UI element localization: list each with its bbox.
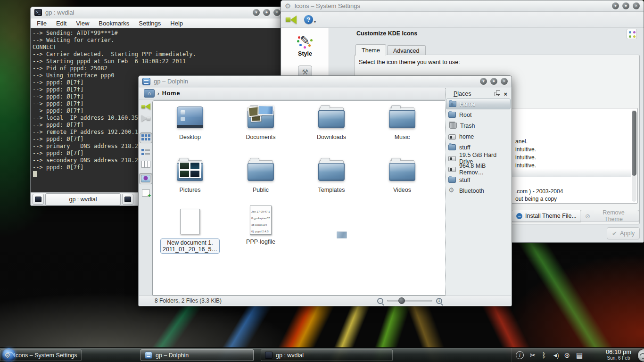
info-tray-icon[interactable]: i xyxy=(516,351,524,359)
close-button[interactable]: × xyxy=(633,2,640,9)
icons-view-button[interactable] xyxy=(140,132,152,143)
bluetooth-tray-icon[interactable]: ᛒ xyxy=(542,351,546,360)
task-system-settings[interactable]: Icons – System Settings xyxy=(0,349,82,361)
minimize-button[interactable]: ▾ xyxy=(612,2,619,9)
task-dolphin[interactable]: gp – Dolphin xyxy=(140,349,254,361)
places-item[interactable]: 964.8 MiB Remov… xyxy=(446,164,511,174)
float-panel-icon[interactable] xyxy=(495,92,499,96)
menu-item[interactable]: File xyxy=(33,19,51,28)
apply-button[interactable]: ✔ Apply xyxy=(607,227,640,239)
folder-view[interactable]: Desktop Documents Downloads Musi xyxy=(152,100,446,296)
zoom-in-icon[interactable]: + xyxy=(436,298,442,304)
scrollbar[interactable] xyxy=(632,110,636,202)
terminal-tab[interactable]: gp : wvdial xyxy=(45,193,121,206)
terminal-menubar: FileEditViewBookmarksSettingsHelp xyxy=(31,18,284,28)
places-title: Places xyxy=(454,90,495,97)
maximize-button[interactable]: ● xyxy=(490,78,497,85)
volume-tray-icon[interactable]: ◄) xyxy=(553,351,558,360)
place-icon xyxy=(448,156,456,161)
remove-theme-button[interactable]: ⊘ Remove Theme xyxy=(580,210,639,222)
folder-item[interactable]: Downloads xyxy=(296,106,367,158)
file-item-new-document[interactable]: New document 1.2011_01_20_16_5… xyxy=(155,206,225,254)
terminal-line: --> Pid of pppd: 25082 xyxy=(33,65,284,72)
back-button[interactable] xyxy=(286,16,297,24)
overview-grid-icon[interactable] xyxy=(627,29,637,39)
install-theme-button[interactable]: → Install Theme File... xyxy=(511,210,582,222)
places-item[interactable]: home xyxy=(446,131,511,142)
usb-tray-icon[interactable]: ⊛ xyxy=(564,351,570,360)
status-text: 8 Folders, 2 Files (3.3 KiB) xyxy=(155,297,222,304)
theme-credit-fragments: .com ) - 2003-2004out being a copy xyxy=(515,188,563,203)
zoom-slider-handle[interactable] xyxy=(398,297,405,304)
folder-item[interactable]: Public xyxy=(225,158,296,211)
folder-item[interactable]: Music xyxy=(367,106,438,158)
preview-button[interactable] xyxy=(139,173,152,184)
tab-list-button[interactable] xyxy=(122,194,133,205)
split-view-button[interactable] xyxy=(142,189,150,197)
folder-icon xyxy=(318,159,345,181)
terminal-window-title: gp : wvdial xyxy=(45,9,74,16)
scrollbar-thumb[interactable] xyxy=(632,111,636,176)
minimize-button[interactable]: ▾ xyxy=(480,78,487,85)
breadcrumb-home-label[interactable]: Home xyxy=(162,90,181,97)
forward-button[interactable] xyxy=(141,115,150,122)
icons-view-icon xyxy=(141,134,150,141)
zoom-slider[interactable] xyxy=(387,300,432,302)
new-tab-button[interactable] xyxy=(33,194,44,205)
columns-view-button[interactable] xyxy=(141,161,150,168)
places-header: Places × xyxy=(446,88,511,99)
list-text-fragment: intuitive. xyxy=(515,146,536,154)
battery-tray-icon[interactable]: ▤ xyxy=(576,351,583,360)
details-view-button[interactable] xyxy=(141,148,150,156)
places-item[interactable]: Bluetooth xyxy=(446,185,511,196)
places-item[interactable]: stuff xyxy=(446,174,511,185)
folder-item[interactable]: Documents xyxy=(225,106,296,158)
close-icon[interactable]: × xyxy=(504,91,507,97)
folder-item[interactable]: Templates xyxy=(296,158,367,211)
places-item[interactable]: Trash xyxy=(446,120,511,131)
task-wvdial[interactable]: gp : wvdial xyxy=(261,349,393,361)
menu-item[interactable]: Settings xyxy=(134,19,165,28)
close-button[interactable]: × xyxy=(273,9,281,16)
list-text-fragment: intuitive. xyxy=(515,154,536,162)
folder-icon xyxy=(248,159,274,181)
folder-item[interactable]: Videos xyxy=(367,158,438,211)
minimize-button[interactable]: ▾ xyxy=(253,9,260,16)
close-button[interactable]: × xyxy=(501,78,508,85)
folder-item[interactable]: Pictures xyxy=(155,158,225,211)
klipper-tray-icon[interactable]: ✂ xyxy=(530,351,536,360)
menu-item[interactable]: Edit xyxy=(52,19,71,28)
install-arrow-icon: → xyxy=(516,213,522,219)
help-button[interactable]: ? ▾ xyxy=(304,15,316,24)
dolphin-titlebar[interactable]: gp – Dolphin ▾ ● × xyxy=(139,76,512,87)
sidebar-item-style[interactable]: Style xyxy=(281,50,329,57)
terminal-titlebar[interactable]: >_ gp : wvdial ▾ ● × xyxy=(31,7,284,18)
maximize-button[interactable]: ● xyxy=(263,9,270,16)
tab-advanced[interactable]: Advanced xyxy=(387,45,426,56)
file-item-ppp-logfile[interactable]: Jan 17 09:47:18 gp-Aspire-5738 pppd[1946… xyxy=(225,206,296,245)
tab-theme[interactable]: Theme xyxy=(355,44,386,56)
places-item[interactable]: Home xyxy=(446,99,511,109)
blank-document-icon xyxy=(180,209,200,234)
zoom-out-icon[interactable]: − xyxy=(377,298,383,304)
remove-theme-label: Remove Theme xyxy=(593,209,634,222)
maximize-button[interactable]: ● xyxy=(622,2,629,9)
pencil-icon: ✎ xyxy=(300,33,310,48)
breadcrumb-home-button[interactable]: ⌂ xyxy=(144,89,155,98)
clock-date: Sun, 6 Feb xyxy=(600,355,637,361)
folder-item[interactable]: Desktop xyxy=(155,106,225,158)
menu-item[interactable]: Help xyxy=(166,19,187,28)
terminal-line: --> Waiting for carrier. xyxy=(33,37,284,44)
clock[interactable]: 06:10 pm Sun, 6 Feb xyxy=(600,349,637,361)
panel-cashew-icon[interactable] xyxy=(638,349,644,362)
zoom-controls: − + xyxy=(377,298,442,304)
style-category-icon[interactable]: ✎ xyxy=(296,33,314,49)
places-item[interactable]: Root xyxy=(446,109,511,120)
folder-icon xyxy=(248,107,274,128)
back-button[interactable] xyxy=(141,103,150,110)
system-settings-titlebar[interactable]: ⚙ Icons – System Settings ▾ ● × xyxy=(281,0,644,12)
menu-item[interactable]: Bookmarks xyxy=(94,19,133,28)
chevron-down-icon: ▾ xyxy=(314,20,316,24)
menu-item[interactable]: View xyxy=(72,19,93,28)
task-icon xyxy=(4,352,10,359)
